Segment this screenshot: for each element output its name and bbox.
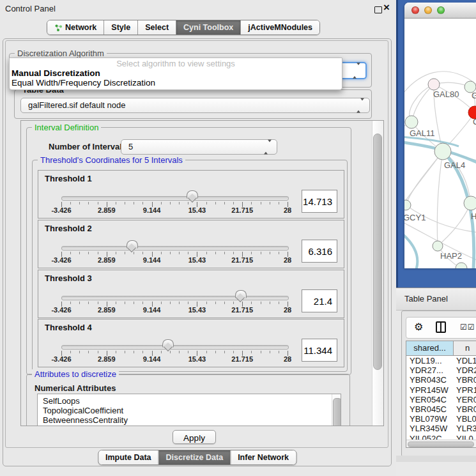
algorithm-group-title: Discretization Algorithm — [15, 49, 107, 58]
column-header-shared-name[interactable]: shared... — [406, 341, 454, 355]
cyni-toolbox-panel: Discretization Algorithm Select algorith… — [3, 38, 392, 466]
table-row[interactable]: YPR145WYPR1 — [406, 385, 476, 395]
node-table[interactable]: shared... n YDL19...YDL1YDR27...YDR2YBR0… — [406, 341, 476, 448]
table-row[interactable]: YDL19...YDL1 — [406, 356, 476, 365]
numerical-attributes-list[interactable]: SelfLoopsTopologicalCoefficientBetweenne… — [37, 394, 341, 426]
tab-label: Style — [111, 23, 130, 32]
cell-name[interactable]: YLR3 — [454, 424, 476, 433]
attribute-item[interactable]: TopologicalCoefficient — [38, 406, 341, 415]
slider-track[interactable] — [61, 246, 289, 250]
threshold-value-input[interactable]: 6.316 — [302, 240, 337, 263]
network-node-hap2[interactable] — [433, 241, 443, 251]
settings-scrollbar[interactable] — [372, 121, 383, 426]
checkbox-icons[interactable]: ☑☑ — [460, 323, 475, 332]
network-edge[interactable] — [437, 151, 443, 246]
gear-icon[interactable]: ⚙ — [414, 321, 423, 333]
slider-handle[interactable] — [235, 290, 247, 298]
threshold-value-input[interactable]: 21.4 — [302, 289, 337, 312]
cell-shared-name[interactable]: YDR27... — [406, 365, 454, 375]
cell-name[interactable]: YBR0 — [454, 404, 476, 414]
network-node[interactable] — [456, 263, 467, 268]
cell-shared-name[interactable]: YDL19... — [406, 356, 454, 365]
cell-name[interactable]: YDR2 — [454, 365, 476, 375]
network-edge-highlighted[interactable] — [404, 229, 417, 268]
close-traffic-light[interactable] — [411, 6, 419, 14]
slider-track[interactable] — [61, 196, 289, 201]
algorithm-option[interactable]: Manual Discretization — [10, 68, 342, 78]
tab-network[interactable]: Network — [47, 20, 104, 35]
cell-shared-name[interactable]: YBR043C — [406, 375, 454, 385]
threshold-slider[interactable]: -3.4262.8599.14415.4321.71528 — [38, 171, 300, 218]
scrollbar-thumb[interactable] — [333, 398, 341, 426]
network-view-window: GAL80GACGAL11GAL4HGCY1HAP2 — [404, 3, 476, 268]
threshold-panel: Threshold 1 -3.4262.8599.14415.4321.7152… — [38, 170, 344, 219]
tab-style[interactable]: Style — [104, 20, 137, 35]
cell-name[interactable]: YBR0 — [454, 375, 476, 385]
cell-shared-name[interactable]: YPR145W — [406, 385, 454, 395]
table-data-value: galFiltered.sif default node — [28, 98, 125, 112]
cell-shared-name[interactable]: YER054C — [406, 395, 454, 404]
tab-label: Discretize Data — [166, 453, 224, 462]
slider-track[interactable] — [61, 296, 289, 300]
cell-name[interactable]: YPR1 — [454, 385, 476, 395]
slider-track[interactable] — [61, 345, 289, 349]
network-node-gal4[interactable] — [434, 143, 451, 160]
table-panel-body: ⚙ ☑☑ shared... n YDL19...YDL1YDR27...YDR… — [401, 311, 476, 457]
table-row[interactable]: YER054CYER0 — [406, 395, 476, 404]
network-node-gcy1[interactable] — [404, 200, 411, 210]
tab-discretize-data[interactable]: Discretize Data — [158, 450, 231, 464]
table-row[interactable]: YLR345WYLR3 — [406, 424, 476, 433]
close-icon[interactable]: × — [383, 1, 390, 14]
table-row[interactable]: YBL079WYBL0 — [406, 414, 476, 424]
tab-jactivemnodules[interactable]: jActiveMNodules — [240, 20, 319, 35]
threshold-value-input[interactable]: 11.344 — [302, 339, 337, 362]
table-row[interactable]: YBR043CYBR0 — [406, 375, 476, 385]
threshold-slider[interactable]: -3.4262.8599.14415.4321.71528 — [38, 319, 300, 367]
minimize-traffic-light[interactable] — [424, 6, 432, 14]
tab-label: Cyni Toolbox — [183, 23, 233, 32]
network-node-label: GAL4 — [444, 160, 465, 170]
tab-impute-data[interactable]: Impute Data — [98, 450, 158, 464]
tab-select[interactable]: Select — [137, 20, 176, 35]
network-window-titlebar[interactable] — [404, 3, 476, 19]
tab-cyni-toolbox[interactable]: Cyni Toolbox — [176, 20, 240, 35]
threshold-slider[interactable]: -3.4262.8599.14415.4321.71528 — [38, 270, 300, 318]
float-window-icon[interactable] — [374, 6, 382, 13]
apply-button[interactable]: Apply — [173, 430, 216, 444]
num-intervals-spinner[interactable]: 5 — [121, 139, 277, 155]
attribute-item[interactable]: BetweennessCentrality — [38, 415, 341, 425]
network-node-h[interactable] — [464, 196, 476, 210]
tab-infer-network[interactable]: Infer Network — [230, 450, 296, 464]
network-node-gal80[interactable] — [428, 79, 440, 90]
table-hscrollbar[interactable] — [406, 440, 476, 447]
table-row[interactable]: YDR27...YDR2 — [406, 365, 476, 375]
network-edge[interactable] — [406, 151, 443, 205]
cell-name[interactable]: YDL1 — [454, 356, 476, 365]
cell-name[interactable]: YER0 — [454, 395, 476, 404]
attribute-item[interactable]: SelfLoops — [38, 394, 341, 406]
network-node-gal11[interactable] — [405, 116, 418, 128]
list-scrollbar[interactable] — [332, 394, 341, 426]
slider-handle[interactable] — [127, 240, 138, 249]
tick-label: 9.144 — [143, 355, 161, 363]
network-node-label: C — [473, 117, 476, 127]
threshold-slider[interactable]: -3.4262.8599.14415.4321.71528 — [38, 220, 300, 268]
cell-name[interactable]: YBL0 — [454, 414, 476, 424]
tick-label: 21.715 — [231, 256, 253, 264]
zoom-traffic-light[interactable] — [437, 6, 445, 14]
column-header-name[interactable]: n — [454, 341, 476, 355]
cell-shared-name[interactable]: YLR345W — [406, 424, 454, 433]
algorithm-option[interactable]: Equal Width/Frequency Discretization — [10, 78, 342, 88]
threshold-value-input[interactable]: 14.713 — [302, 190, 337, 213]
table-data-combo[interactable]: galFiltered.sif default node — [20, 98, 370, 113]
network-node-label: GCY1 — [404, 213, 426, 222]
scrollbar-thumb[interactable] — [373, 134, 382, 370]
slider-handle[interactable] — [162, 339, 174, 348]
columns-icon[interactable] — [436, 321, 446, 333]
network-canvas[interactable]: GAL80GACGAL11GAL4HGCY1HAP2 — [404, 19, 476, 268]
cell-shared-name[interactable]: YBR045C — [406, 404, 454, 414]
table-row[interactable]: YBR045CYBR0 — [406, 404, 476, 414]
scrollbar-thumb[interactable] — [408, 441, 474, 448]
slider-handle[interactable] — [187, 190, 198, 199]
cell-shared-name[interactable]: YBL079W — [406, 414, 454, 424]
